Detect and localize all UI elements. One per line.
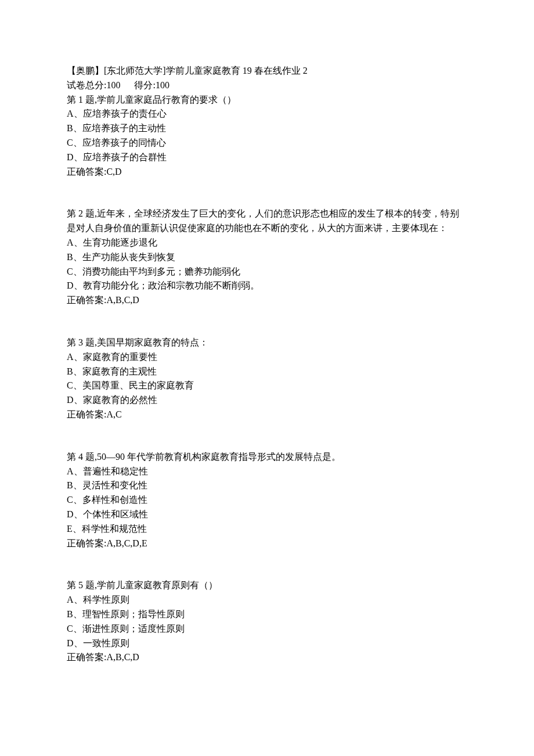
question: 第 5 题,学前儿童家庭教育原则有（） A、科学性原则 B、理智性原则；指导性原… — [67, 578, 467, 665]
question: 第 3 题,美国早期家庭教育的特点： A、家庭教育的重要性 B、家庭教育的主观性… — [67, 336, 467, 422]
obtained-score: 得分:100 — [134, 80, 169, 90]
option: B、应培养孩子的主动性 — [67, 121, 467, 136]
option: A、家庭教育的重要性 — [67, 350, 467, 365]
option: C、应培养孩子的同情心 — [67, 136, 467, 150]
answer: 正确答案:C,D — [67, 165, 467, 179]
answer: 正确答案:A,B,C,D,E — [67, 537, 467, 551]
option: C、消费功能由平均到多元；赡养功能弱化 — [67, 265, 467, 279]
question-prompt: 第 4 题,50—90 年代学前教育机构家庭教育指导形式的发展特点是。 — [67, 450, 467, 465]
question-prompt: 第 2 题,近年来，全球经济发生了巨大的变化，人们的意识形态也相应的发生了根本的… — [67, 207, 467, 236]
option: A、应培养孩子的责任心 — [67, 107, 467, 121]
option: C、美国尊重、民主的家庭教育 — [67, 379, 467, 393]
question: 第 2 题,近年来，全球经济发生了巨大的变化，人们的意识形态也相应的发生了根本的… — [67, 207, 467, 308]
option: D、应培养孩子的合群性 — [67, 150, 467, 165]
document-title: 【奥鹏】[东北师范大学]学前儿童家庭教育 19 春在线作业 2 — [67, 64, 467, 78]
option: C、渐进性原则；适度性原则 — [67, 622, 467, 636]
option: B、灵活性和变化性 — [67, 478, 467, 493]
question-prompt: 第 1 题,学前儿童家庭品行教育的要求（） — [67, 93, 467, 107]
option: A、生育功能逐步退化 — [67, 236, 467, 250]
question-prompt: 第 5 题,学前儿童家庭教育原则有（） — [67, 578, 467, 593]
total-score: 试卷总分:100 — [67, 80, 120, 90]
option: B、理智性原则；指导性原则 — [67, 607, 467, 622]
answer: 正确答案:A,B,C,D — [67, 293, 467, 308]
answer: 正确答案:A,C — [67, 408, 467, 422]
option: B、生产功能从丧失到恢复 — [67, 250, 467, 265]
question-prompt: 第 3 题,美国早期家庭教育的特点： — [67, 336, 467, 350]
option: C、多样性和创造性 — [67, 493, 467, 507]
option: A、普遍性和稳定性 — [67, 465, 467, 479]
option: D、一致性原则 — [67, 636, 467, 651]
option: D、家庭教育的必然性 — [67, 393, 467, 408]
option: D、教育功能分化；政治和宗教功能不断削弱。 — [67, 279, 467, 293]
answer: 正确答案:A,B,C,D — [67, 650, 467, 665]
document-page: 【奥鹏】[东北师范大学]学前儿童家庭教育 19 春在线作业 2 试卷总分:100… — [0, 0, 534, 739]
option: E、科学性和规范性 — [67, 522, 467, 537]
option: B、家庭教育的主观性 — [67, 365, 467, 379]
option: A、科学性原则 — [67, 593, 467, 607]
question: 第 1 题,学前儿童家庭品行教育的要求（） A、应培养孩子的责任心 B、应培养孩… — [67, 93, 467, 179]
score-line: 试卷总分:100 得分:100 — [67, 78, 467, 93]
question: 第 4 题,50—90 年代学前教育机构家庭教育指导形式的发展特点是。 A、普遍… — [67, 450, 467, 551]
option: D、个体性和区域性 — [67, 507, 467, 522]
